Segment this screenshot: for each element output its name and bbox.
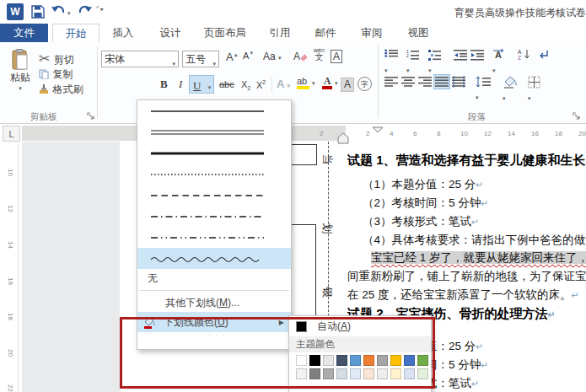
doc-selected-line[interactable]: 宝宝已经 1 岁了，就要从姥姥家回来住了，爸爸把房 [371,250,586,266]
enclose-characters-button[interactable]: 字 [358,77,372,91]
double-line-icon [149,127,266,137]
cut-button[interactable]: ✂ 剪切 [39,51,74,67]
decrease-indent-button[interactable] [454,49,467,61]
line-spacing-button[interactable]: ▾ [476,76,491,103]
no-underline-label: 无 [148,271,158,286]
underline-style-dash-dot-dot[interactable] [137,227,291,248]
menu-item-more-underlines[interactable]: 其他下划线(M)... [137,293,291,312]
justify-button[interactable] [433,74,450,89]
character-shading-button[interactable]: A [341,78,354,92]
h-ruler-number: 2 [366,130,369,137]
menu-item-no-underline[interactable]: 无 [137,269,291,287]
copy-button[interactable]: 复制 [39,66,73,82]
tab-引用[interactable]: 引用 [260,24,300,42]
horizontal-ruler[interactable]: 2 2468101214161820 [22,126,586,141]
show-marks-button[interactable] [538,49,550,61]
doc-line[interactable]: （3）考核形式：笔试↵ [363,214,479,229]
underline-button[interactable]: U ▾ [189,75,214,94]
align-right-button[interactable] [418,76,432,88]
align-left-button[interactable] [384,76,398,88]
bullets-button[interactable]: ▾ [384,49,398,76]
redo-icon[interactable] [78,5,93,19]
underline-style-thick[interactable] [137,142,291,164]
italic-button[interactable]: I [179,78,182,91]
tab-开始[interactable]: 开始 [52,24,99,42]
increase-indent-icon [470,49,484,61]
strikethrough-button[interactable]: abc [219,79,234,89]
shading-button[interactable]: ▾ [503,76,518,104]
font-name-dropdown-icon: ▾ [172,56,175,72]
numbering-button[interactable]: 12▾ [406,49,420,76]
tab-file[interactable]: 文件 [0,24,48,42]
save-icon[interactable] [30,5,46,19]
doc-line[interactable]: 间重新粉刷了，铺上了崭新的地毯，为了保证宝宝 [347,269,586,284]
underline-style-double[interactable] [137,121,291,142]
grow-font-button[interactable]: A▲ [226,51,239,63]
undo-icon[interactable] [51,5,66,19]
format-painter-button[interactable]: 格式刷 [39,81,83,97]
text-effects-label: A [277,78,284,90]
doc-line[interactable]: （4）具体考核要求：请指出下例中爸爸的做法 [363,233,586,248]
line-spacing-icon [476,76,491,88]
borders-button[interactable]: ▾ [528,76,540,104]
doc-line[interactable]: 在 25 度，还给宝宝新添置了一个软软的床。↵ [347,287,579,303]
asian-layout-button[interactable]: A▾ [492,49,509,76]
paragraph-mark: ↵ [471,217,479,227]
doc-line[interactable]: （1）本题分值：25 分↵ [363,177,484,192]
tab-邮件[interactable]: 邮件 [305,24,346,42]
first-line-indent-marker[interactable] [372,126,384,133]
font-size-combobox[interactable]: 五号 ▾ [182,51,219,67]
distribute-icon [452,76,465,88]
doc-line[interactable]: （2）考核时间：5 分钟↵ [363,196,489,211]
vertical-ruler[interactable]: 10121416182022 [3,143,19,392]
subscript-2: 2 [247,85,250,91]
increase-indent-button[interactable] [470,49,484,61]
underline-style-dashed[interactable] [137,185,291,206]
strikethrough-label: abc [219,79,234,89]
multilevel-list-button[interactable]: ▾ [428,49,442,76]
clear-formatting-label: A [293,51,299,62]
underline-style-wave[interactable] [137,248,291,269]
font-name-combobox[interactable]: 宋体 ▾ [101,51,179,67]
font-color-button[interactable]: A ▾ [322,77,332,89]
bold-button[interactable]: B [160,78,168,91]
tab-插入[interactable]: 插入 [103,24,143,42]
tab-设计[interactable]: 设计 [150,24,191,42]
distribute-button[interactable] [452,76,465,88]
tab-审阅[interactable]: 审阅 [351,24,393,42]
undo-dropdown-icon[interactable]: ▾ [67,10,71,17]
underline-style-dash-dot[interactable] [137,206,291,227]
svg-text:Z: Z [518,55,521,61]
subscript-button[interactable]: X2 [241,79,250,91]
highlight-color-button[interactable]: ab ▾ [297,77,309,89]
justify-icon [435,76,449,88]
tab-视图[interactable]: 视图 [398,24,438,42]
v-ruler-number: 10 [7,169,14,176]
clipboard-dialog-launcher-icon[interactable] [87,112,95,121]
hanging-indent-marker[interactable] [337,132,349,144]
tab-selector-button[interactable]: L [3,126,20,142]
underline-dropdown-icon[interactable]: ▾ [208,84,212,90]
tab-页面布局[interactable]: 页面布局 [196,24,255,42]
underline-style-single[interactable] [137,100,291,121]
text-effects-button[interactable]: A ▾ [277,78,290,90]
customize-quick-access-icon[interactable]: ⸍▾ [95,5,104,14]
shrink-font-button[interactable]: A▼ [243,51,254,61]
exam-side-label: 银 [320,287,335,298]
paragraph-dialog-launcher-icon[interactable] [573,112,581,121]
character-shading-label: A [344,78,351,90]
v-ruler-number: 12 [7,205,14,212]
change-case-button[interactable]: Aa ▾ [263,51,282,62]
phonetic-guide-button[interactable]: wén 文 [314,47,325,62]
superscript-button[interactable]: X2 [256,79,266,90]
underline-style-dotted[interactable] [137,164,291,185]
doc-heading-1[interactable]: 试题 1、营造和选择有益于婴儿健康和生长的环境 [347,153,586,169]
single-line-icon [149,106,266,116]
character-border-button[interactable]: A [331,50,342,63]
paste-button[interactable]: 粘贴 ▾ [6,49,35,99]
sort-button[interactable]: AZ [518,49,531,61]
title-bar: W ▾ ⸍▾ 育婴员高级操作技能考核试卷 [0,0,586,24]
align-center-button[interactable] [401,76,415,88]
clear-formatting-button[interactable]: A [293,51,307,62]
asian-layout-icon: A [492,49,509,61]
